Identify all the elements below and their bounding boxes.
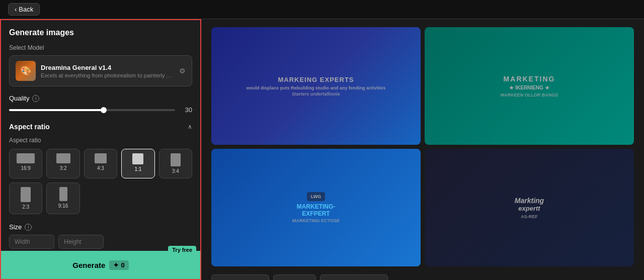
aspect-shape-3-2: [56, 153, 70, 163]
aspect-shape-3-4: [171, 153, 181, 166]
quality-value: 30: [180, 106, 192, 114]
try-free-badge: Try free: [168, 246, 196, 254]
size-height-input[interactable]: [58, 235, 104, 249]
size-row: Size i: [9, 223, 192, 231]
top-action-row: ↻ Regenerate ✎ Modify ▶ Generate video: [211, 274, 634, 280]
model-name: Dreamina General v1.4: [41, 64, 174, 71]
quality-slider-thumb: [101, 107, 107, 113]
main-content: Generate images Select Model 🎨 Dreamina …: [0, 19, 644, 280]
top-bar: ‹ Back: [0, 0, 644, 19]
aspect-btn-4-3[interactable]: 4:3: [84, 149, 117, 178]
quality-slider-track[interactable]: [9, 109, 175, 111]
aspect-label-2-3: 2:3: [22, 204, 29, 210]
modify-button-top[interactable]: ✎ Modify: [273, 274, 316, 280]
bottom-bar: Try free Generate ✦ 0: [1, 251, 200, 279]
generate-count-badge: ✦ 0: [109, 260, 128, 270]
generate-video-button-top[interactable]: ▶ Generate video: [320, 274, 388, 280]
aspect-shape-9-16: [59, 187, 67, 201]
model-desc: Excels at everything from photorealism t…: [41, 72, 174, 78]
aspect-btn-2-3[interactable]: 2:3: [9, 182, 42, 214]
regenerate-button-top[interactable]: ↻ Regenerate: [211, 274, 269, 280]
aspect-btn-3-4[interactable]: 3:4: [159, 149, 192, 178]
aspect-ratio-grid-row2: 2:3 9:16: [9, 182, 192, 214]
aspect-label-4-3: 4:3: [97, 165, 104, 171]
generate-label: Generate: [72, 261, 105, 269]
aspect-ratio-chevron[interactable]: ∧: [188, 123, 192, 130]
generate-button[interactable]: Generate ✦ 0: [1, 251, 200, 279]
size-width-input[interactable]: [9, 235, 54, 249]
aspect-ratio-title: Aspect ratio: [9, 123, 50, 131]
aspect-btn-1-1[interactable]: 1:1: [121, 149, 154, 178]
back-label: Back: [19, 6, 33, 13]
quality-label: Quality: [9, 95, 29, 102]
model-avatar: 🎨: [16, 61, 36, 81]
aspect-btn-9-16[interactable]: 9:16: [46, 182, 79, 214]
sparkle-icon: ✦: [113, 261, 119, 269]
model-selector[interactable]: 🎨 Dreamina General v1.4 Excels at everyt…: [9, 55, 192, 86]
right-panel: MARKEING EXPERTS would displace puts Reb…: [201, 19, 644, 280]
top-image-4[interactable]: Markting expertt AS-REF: [425, 149, 634, 266]
aspect-label-16-9: 16:9: [21, 165, 30, 171]
select-model-label: Select Model: [9, 44, 192, 51]
left-panel: Generate images Select Model 🎨 Dreamina …: [0, 19, 201, 280]
back-button[interactable]: ‹ Back: [8, 3, 40, 16]
top-image-1[interactable]: MARKEING EXPERTS would displace puts Reb…: [211, 27, 421, 145]
back-arrow-icon: ‹: [15, 6, 17, 13]
aspect-ratio-header: Aspect ratio ∧: [9, 123, 192, 131]
aspect-sub-label: Aspect ratio: [9, 137, 192, 144]
aspect-ratio-grid-row1: 16:9 3:2 4:3 1:1 3:4: [9, 149, 192, 178]
quality-row: Quality i: [9, 95, 192, 102]
aspect-shape-1-1: [132, 153, 143, 164]
aspect-label-3-4: 3:4: [172, 168, 179, 174]
aspect-btn-3-2[interactable]: 3:2: [46, 149, 79, 178]
size-inputs: [9, 235, 192, 249]
quality-slider-row: 30: [9, 106, 192, 114]
aspect-label-3-2: 3:2: [60, 165, 67, 171]
aspect-shape-16-9: [17, 153, 35, 163]
aspect-shape-2-3: [21, 187, 31, 202]
panel-scroll: Generate images Select Model 🎨 Dreamina …: [1, 20, 200, 279]
top-image-grid: MARKEING EXPERTS would displace puts Reb…: [211, 27, 634, 266]
quality-slider-fill: [9, 109, 104, 111]
aspect-shape-4-3: [95, 153, 107, 163]
top-image-2[interactable]: MARKETING ★ IKERNIENG ★ MARKEEN OLLOR BA…: [425, 27, 634, 145]
settings-icon: ⚙: [179, 67, 186, 75]
top-image-3[interactable]: LWG MARKETING- EXFPERT MARKETING ECTOSE: [211, 149, 421, 266]
quality-info-icon[interactable]: i: [32, 95, 39, 102]
aspect-btn-16-9[interactable]: 16:9: [9, 149, 42, 178]
model-info: Dreamina General v1.4 Excels at everythi…: [41, 64, 174, 78]
aspect-label-1-1: 1:1: [134, 166, 141, 172]
aspect-label-9-16: 9:16: [58, 203, 68, 209]
size-info-icon[interactable]: i: [25, 224, 32, 231]
size-label: Size: [9, 223, 22, 231]
panel-title: Generate images: [9, 28, 192, 37]
generate-count: 0: [121, 261, 124, 269]
